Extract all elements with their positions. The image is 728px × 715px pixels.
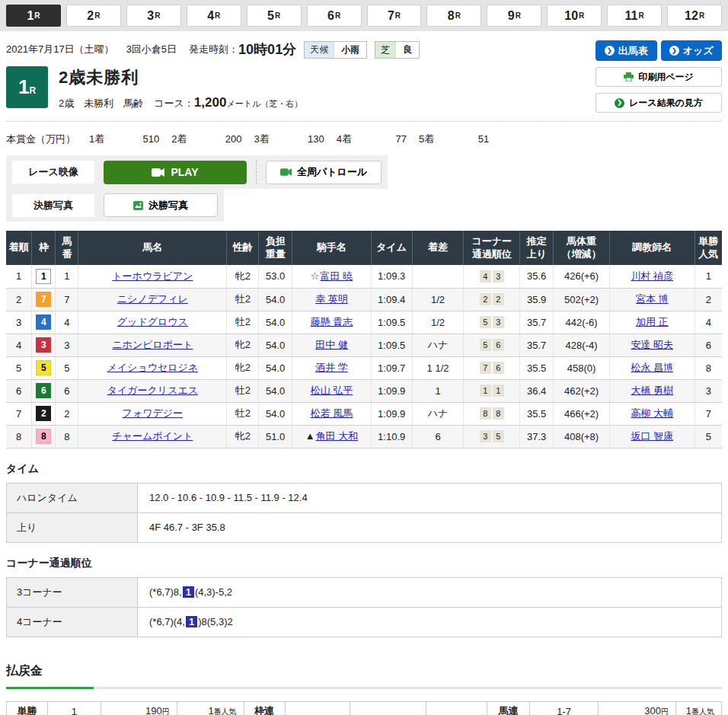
bet-type-label: 枠連 xyxy=(244,701,285,715)
jockey-link[interactable]: 松山 弘平 xyxy=(311,385,353,396)
race-tab-1r[interactable]: 1R xyxy=(6,5,61,27)
horse-link[interactable]: ニホンピロポート xyxy=(112,339,193,350)
race-tab-2r[interactable]: 2R xyxy=(66,5,121,27)
corner-row-label: 3コーナー xyxy=(7,577,138,607)
finish-photo-button[interactable]: 決勝写真 xyxy=(104,193,218,217)
patrol-video-button[interactable]: 全周パトロール xyxy=(266,161,382,184)
payout-amount-number: 190 xyxy=(145,705,162,715)
win-favorite-rank: 2 xyxy=(694,288,722,311)
jockey-link[interactable]: 幸 英明 xyxy=(315,293,348,305)
horse-weight: 462(+2) xyxy=(554,379,610,402)
result-guide-button[interactable]: ❯ レース結果の見方 xyxy=(595,93,722,113)
jockey-link[interactable]: 田中 健 xyxy=(315,339,348,350)
play-button[interactable]: PLAY xyxy=(104,161,247,184)
carried-weight: 54.0 xyxy=(259,356,292,379)
horse-weight: 442(-6) xyxy=(554,311,610,334)
horse-name-cell: ニホンピロポート xyxy=(78,334,227,356)
corner-row-label: 4コーナー xyxy=(7,607,138,637)
jockey-link[interactable]: 富田 暁 xyxy=(320,270,353,282)
race-tab-12r[interactable]: 12R xyxy=(667,5,722,27)
print-page-button[interactable]: 印刷用ページ xyxy=(595,67,722,87)
win-favorite-rank: 1 xyxy=(694,265,722,288)
corner-position-box: 3 xyxy=(480,430,491,442)
waku-cell: 7 xyxy=(32,288,56,311)
jockey-link[interactable]: 酒井 学 xyxy=(315,362,348,373)
jockey-cell: 田中 健 xyxy=(292,334,372,356)
results-column-header: タイム xyxy=(371,231,412,265)
payout-popularity xyxy=(426,701,487,715)
horse-name-cell: メイショウセロジネ xyxy=(78,356,227,379)
race-tab-11r[interactable]: 11R xyxy=(607,5,662,27)
entry-table-button[interactable]: ❯ 出馬表 xyxy=(595,40,657,61)
horse-number: 3 xyxy=(56,334,78,356)
race-tab-9r[interactable]: 9R xyxy=(487,5,541,27)
horse-number: 6 xyxy=(56,379,78,402)
trainer-link[interactable]: 松永 昌博 xyxy=(631,362,673,373)
race-tab-3r[interactable]: 3R xyxy=(126,5,181,27)
sex-age: 牡2 xyxy=(227,288,259,311)
corner-position-box: 8 xyxy=(480,407,491,420)
horse-link[interactable]: グッドグロウス xyxy=(117,316,188,327)
race-tab-number: 8 xyxy=(448,9,455,23)
margin: 6 xyxy=(412,425,464,448)
trainer-link[interactable]: 宮本 博 xyxy=(636,293,669,305)
race-tab-10r[interactable]: 10R xyxy=(547,5,602,27)
video-camera-icon xyxy=(152,168,164,177)
corner-position-box: 2 xyxy=(493,293,504,305)
finish-time: 1:09.5 xyxy=(371,334,412,356)
popularity-suffix: 番人気 xyxy=(214,707,237,715)
results-column-header: 馬名 xyxy=(78,231,227,265)
horse-link[interactable]: チャームポイント xyxy=(112,430,193,442)
jockey-apprentice-mark: ▲ xyxy=(305,430,315,442)
horse-name-cell: トーホウラビアン xyxy=(78,265,227,288)
corner-position-box: 5 xyxy=(493,430,504,442)
horse-weight: 426(+6) xyxy=(554,265,610,288)
arrow-circle-icon: ❯ xyxy=(669,46,679,56)
horse-link[interactable]: フォワデジー xyxy=(123,407,184,419)
prize-amount: 130 xyxy=(270,133,324,145)
race-conditions: 2歳 未勝利 馬齢 xyxy=(59,97,143,110)
trainer-link[interactable]: 高柳 大輔 xyxy=(631,407,673,419)
race-tab-suffix: R xyxy=(155,11,160,20)
finish-time: 1:10.9 xyxy=(371,425,412,448)
corner-order-text: (*6,7)(4, xyxy=(149,616,185,627)
jockey-link[interactable]: 角田 大和 xyxy=(316,430,359,442)
waku-badge: 3 xyxy=(36,337,51,353)
race-tab-6r[interactable]: 6R xyxy=(307,5,362,27)
prize-amount: 510 xyxy=(104,133,159,145)
trainer-link[interactable]: 大橋 勇樹 xyxy=(631,385,673,396)
race-tab-5r[interactable]: 5R xyxy=(247,5,302,27)
arrow-circle-icon: ❯ xyxy=(615,98,624,108)
jockey-link[interactable]: 藤懸 貴志 xyxy=(311,316,353,327)
horse-name-cell: タイガークリスエス xyxy=(78,379,227,402)
corner-order-text: (*6,7)8, xyxy=(149,586,182,598)
prize-place-label: 3着 xyxy=(254,132,269,146)
header-buttons: ❯ 出馬表 ❯ オッズ 印刷用ページ ❯ レース結果の見方 xyxy=(595,40,722,113)
race-tab-4r[interactable]: 4R xyxy=(187,5,241,27)
race-tab-number: 7 xyxy=(388,9,394,23)
trainer-link[interactable]: 安達 昭夫 xyxy=(631,339,673,350)
sex-age: 牝2 xyxy=(227,334,259,356)
odds-button[interactable]: ❯ オッズ xyxy=(661,40,723,61)
trainer-link[interactable]: 川村 禎彦 xyxy=(631,270,673,282)
horse-link[interactable]: メイショウセロジネ xyxy=(107,362,198,373)
prize-place-label: 2着 xyxy=(171,132,187,146)
time-row-label: 上り xyxy=(7,512,138,542)
race-video-row: レース映像 PLAY 全周パトロール xyxy=(6,155,388,189)
corner-positions: 35 xyxy=(464,425,520,448)
trainer-link[interactable]: 坂口 智康 xyxy=(631,430,673,442)
horse-link[interactable]: トーホウラビアン xyxy=(112,270,193,282)
race-tab-7r[interactable]: 7R xyxy=(367,5,422,27)
jockey-link[interactable]: 松若 風馬 xyxy=(311,407,353,419)
race-tab-8r[interactable]: 8R xyxy=(426,5,481,27)
table-row: 433ニホンピロポート牝254.0田中 健1:09.5ハナ5635.7428(-… xyxy=(6,334,722,356)
finish-photo-label: 決勝写真 xyxy=(12,194,94,217)
horse-weight: 502(+2) xyxy=(554,288,610,311)
horse-link[interactable]: ニシノデフィレ xyxy=(117,293,188,305)
sex-age: 牡2 xyxy=(227,379,259,402)
horse-link[interactable]: タイガークリスエス xyxy=(107,385,198,396)
corner-row: 3コーナー(*6,7)8,1(4,3)-5,2 xyxy=(7,577,722,607)
trainer-link[interactable]: 加用 正 xyxy=(636,316,669,327)
prize-item: 1着510 xyxy=(89,132,167,146)
margin: ハナ xyxy=(412,402,464,425)
